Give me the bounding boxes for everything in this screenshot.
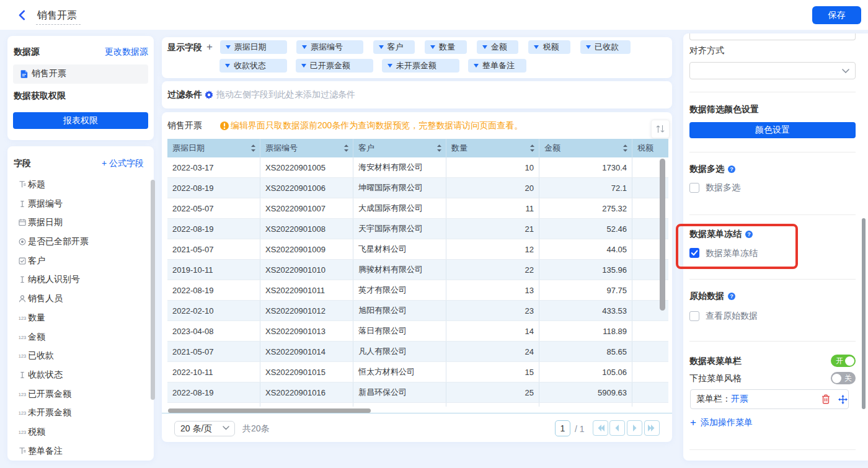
svg-text:123: 123: [19, 430, 26, 435]
svg-text:123: 123: [19, 392, 26, 397]
svg-text:123: 123: [19, 316, 26, 321]
svg-text:123: 123: [19, 353, 26, 359]
svg-text:123: 123: [19, 410, 26, 416]
svg-text:123: 123: [19, 335, 26, 340]
